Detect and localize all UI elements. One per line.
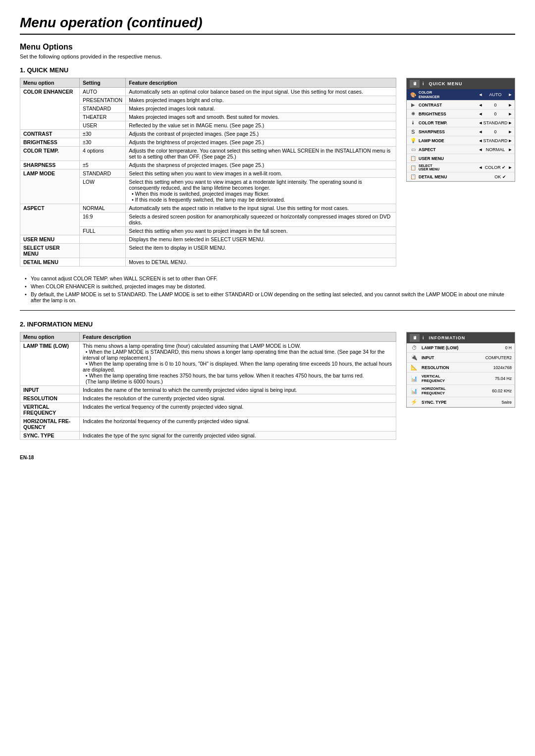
qm-icon-detail-menu: 📋 [409, 174, 418, 179]
info-col-header-option: Menu option [20, 332, 80, 342]
info-col-header-desc: Feature description [80, 332, 396, 342]
table-row: BRIGHTNESS ±30 Adjusts the brightness of… [20, 138, 396, 147]
info-option-horiz-freq: HORIZONTAL FRE-QUENCY [20, 417, 80, 432]
table-row: LAMP TIME (LOW) This menu shows a lamp o… [20, 342, 396, 386]
info-option-lamp-time: LAMP TIME (LOW) [20, 342, 80, 386]
info-row-vert-freq: 📊 VERTICALFREQUENCY 75.04 Hz [407, 373, 515, 385]
quick-menu-table: Menu option Setting Feature description … [20, 78, 396, 267]
qm-row-aspect: ▭ ASPECT ◄ NORMAL ► [407, 145, 515, 154]
info-row-horiz-freq: 📊 HORIZONTALFREQUENCY 60.02 KHz [407, 385, 515, 397]
info-row-input: 🔌 INPUT COMPUTER2 [407, 353, 515, 363]
qm-row-sharpness: S SHARPNESS ◄ 0 ► [407, 127, 515, 136]
desc-auto: Automatically sets an optimal color bala… [126, 88, 396, 96]
information-table-area: Menu option Feature description LAMP TIM… [20, 332, 396, 440]
qm-icon-contrast: ▶ [409, 102, 418, 108]
desc-aspect-169: Selects a desired screen position for an… [126, 213, 396, 227]
info-desc-lamp-time: This menu shows a lamp operating time (h… [80, 342, 396, 386]
option-detail-menu: DETAIL MENU [20, 258, 80, 267]
table-row: LAMP MODE STANDARD Select this setting w… [20, 169, 396, 178]
table-row: VERTICAL FREQUENCY Indicates the vertica… [20, 403, 396, 417]
page-title: Menu operation (continued) [20, 15, 515, 35]
section-divider [20, 310, 515, 311]
info-desc-resolution: Indicates the resolution of the currentl… [80, 394, 396, 403]
qm-row-color-enhancer: 🎨 COLORENHANCER ◄ AUTO ► [407, 89, 515, 101]
qm-label-select-user-menu: SELECTUSER MENU [418, 164, 478, 171]
setting-aspect-normal: NORMAL [80, 204, 126, 213]
qm-arrow-left-brightness: ◄ [478, 111, 483, 116]
table-row: SHARPNESS ±5 Adjusts the sharpness of pr… [20, 161, 396, 169]
table-row: DETAIL MENU Moves to DETAIL MENU. [20, 258, 396, 267]
desc-lamp-standard: Select this setting when you want to vie… [126, 169, 396, 178]
option-contrast: CONTRAST [20, 130, 80, 138]
qm-label-contrast: CONTRAST [418, 103, 478, 108]
info-value-lamp-time: 0 H [477, 345, 512, 350]
info-icon-lamp-time: ⏱ [410, 345, 419, 351]
info-icon-input: 🔌 [410, 354, 419, 361]
qm-arrow-left-contrast: ◄ [478, 103, 483, 108]
info-icon-sync-type: ⚡ [410, 399, 419, 405]
table-row: RESOLUTION Indicates the resolution of t… [20, 394, 396, 403]
info-desc-sync-type: Indicates the type of the sync signal fo… [80, 432, 396, 440]
qm-value-contrast: 0 [483, 103, 508, 108]
info-value-resolution: 1024x768 [477, 365, 512, 370]
option-select-user-menu: SELECT USER MENU [20, 244, 80, 258]
qm-arrow-right-contrast: ► [508, 103, 513, 108]
table-row: COLOR ENHANCER AUTO Automatically sets a… [20, 88, 396, 96]
table-row: SELECT USER MENU Select the item to disp… [20, 244, 396, 258]
qm-arrow-right-ct: ► [508, 120, 513, 125]
setting-theater: THEATER [80, 113, 126, 121]
quick-menu-table-area: Menu option Setting Feature description … [20, 78, 396, 267]
qm-label-detail-menu: DETAIL MENU [418, 174, 488, 179]
col-header-desc: Feature description [126, 78, 396, 88]
qm-row-lamp-mode: 💡 LAMP MODE ◄ STANDARD ► [407, 136, 515, 145]
qm-label-brightness: BRIGHTNESS [418, 111, 478, 116]
option-lamp-mode: LAMP MODE [20, 169, 80, 204]
table-row: CONTRAST ±30 Adjusts the contrast of pro… [20, 130, 396, 138]
info-label-horiz-freq: HORIZONTALFREQUENCY [422, 386, 474, 395]
qm-arrow-left-aspect: ◄ [478, 147, 483, 152]
setting-contrast: ±30 [80, 130, 126, 138]
qm-label-color-temp: COLOR TEMP. [418, 120, 478, 125]
note-2: When COLOR ENHANCER is switched, project… [25, 282, 515, 290]
info-option-resolution: RESOLUTION [20, 394, 80, 403]
qm-label-aspect: ASPECT [418, 147, 478, 152]
desc-user-menu: Displays the menu item selected in SELEC… [126, 235, 396, 244]
qm-value-aspect: NORMAL [483, 147, 508, 152]
quick-menu-content: Menu option Setting Feature description … [20, 78, 515, 267]
table-row: SYNC. TYPE Indicates the type of the syn… [20, 432, 396, 440]
qm-panel-header: 🖥 i QUICK MENU [407, 78, 515, 89]
setting-lamp-low: LOW [80, 178, 126, 204]
info-icon: 🖥 [410, 334, 420, 342]
table-row: ASPECT NORMAL Automatically sets the asp… [20, 204, 396, 213]
info-label-sync-type: SYNC. TYPE [422, 400, 474, 405]
desc-brightness: Adjusts the brightness of projected imag… [126, 138, 396, 147]
qm-value-brightness: 0 [483, 111, 508, 116]
qm-row-contrast: ▶ CONTRAST ◄ 0 ► [407, 101, 515, 109]
quick-menu-header: 1. QUICK MENU [20, 66, 515, 74]
qm-label-sharpness: SHARPNESS [418, 129, 478, 134]
qm-value-ce: AUTO [483, 92, 508, 97]
option-user-menu: USER MENU [20, 235, 80, 244]
setting-aspect-full: FULL [80, 227, 126, 235]
option-color-temp: COLOR TEMP. [20, 147, 80, 161]
info-desc-vert-freq: Indicates the vertical frequency of the … [80, 403, 396, 417]
setting-lamp-standard: STANDARD [80, 169, 126, 178]
qm-row-brightness: ✺ BRIGHTNESS ◄ 0 ► [407, 109, 515, 118]
desc-select-user-menu: Select the item to display in USER MENU. [126, 244, 396, 258]
information-menu-header: 2. INFORMATION menu [20, 321, 515, 328]
desc-contrast: Adjusts the contrast of projected images… [126, 130, 396, 138]
qm-icon-brightness: ✺ [409, 111, 418, 116]
desc-detail-menu: Moves to DETAIL MENU. [126, 258, 396, 267]
setting-color-temp: 4 options [80, 147, 126, 161]
table-row: HORIZONTAL FRE-QUENCY Indicates the hori… [20, 417, 396, 432]
qm-value-detail-menu: OK ✔ [488, 174, 513, 179]
subtitle: Set the following options provided in th… [20, 54, 515, 59]
setting-aspect-169: 16:9 [80, 213, 126, 227]
qm-icon-color-temp: 🌡 [409, 120, 418, 125]
setting-brightness: ±30 [80, 138, 126, 147]
qm-arrow-right-brightness: ► [508, 111, 513, 116]
section-title: Menu Options [20, 43, 515, 52]
table-row: COLOR TEMP. 4 options Adjusts the color … [20, 147, 396, 161]
qm-row-detail-menu: 📋 DETAIL MENU OK ✔ [407, 172, 515, 181]
info-icon-resolution: 📐 [410, 364, 419, 371]
